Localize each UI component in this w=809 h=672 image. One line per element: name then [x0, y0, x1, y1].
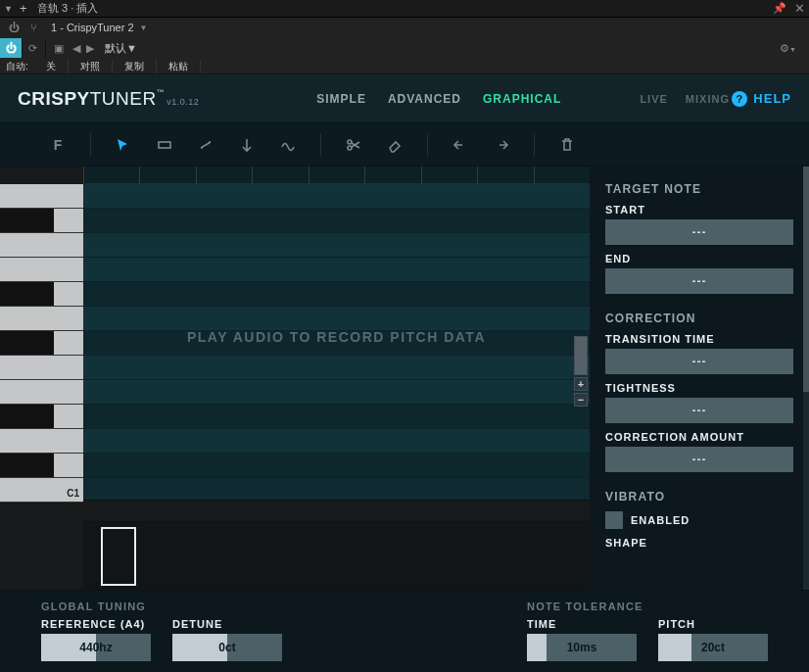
- plugin-power-button[interactable]: ⏻: [0, 38, 22, 58]
- note-label-c1: C1: [67, 488, 79, 499]
- scissors-icon[interactable]: [345, 136, 362, 154]
- label-detune: DETUNE: [172, 618, 282, 630]
- grid-placeholder: PLAY AUDIO TO RECORD PITCH DATA: [83, 329, 590, 345]
- auto-off-button[interactable]: 关: [34, 60, 69, 73]
- piano-keyboard[interactable]: C1: [0, 167, 83, 590]
- routing-icon[interactable]: ⑂: [24, 20, 43, 35]
- label-reference: REFERENCE (A4): [41, 618, 151, 630]
- host-window-title: 音轨 3 · 插入: [37, 1, 773, 16]
- note-filter-button[interactable]: F: [49, 136, 67, 154]
- tab-live[interactable]: LIVE: [640, 93, 667, 105]
- preset-slot-select[interactable]: 1 - CrispyTuner 2: [51, 22, 134, 33]
- label-tightness: TIGHTNESS: [605, 382, 793, 394]
- value-end[interactable]: ---: [605, 268, 793, 294]
- plugin-bypass-button[interactable]: ⟳: [22, 38, 43, 58]
- zoom-out-button[interactable]: −: [574, 393, 588, 407]
- curve-tool-icon[interactable]: [279, 136, 297, 154]
- reference-slider[interactable]: 440hz: [41, 634, 151, 661]
- label-enabled: ENABLED: [631, 514, 690, 526]
- value-tightness[interactable]: ---: [605, 398, 793, 423]
- trash-icon[interactable]: [558, 136, 576, 154]
- side-scrollbar[interactable]: [803, 167, 809, 590]
- overview-viewport[interactable]: [101, 527, 136, 586]
- eraser-icon[interactable]: [386, 136, 404, 154]
- vibrato-enabled-checkbox[interactable]: [605, 511, 623, 529]
- folder-icon[interactable]: ▣: [48, 42, 70, 55]
- preset-dropdown-icon[interactable]: ▼: [126, 42, 137, 54]
- help-button[interactable]: ? HELP: [732, 91, 791, 107]
- value-amount[interactable]: ---: [605, 447, 793, 472]
- label-shape: SHAPE: [605, 537, 793, 549]
- zoom-in-button[interactable]: +: [574, 377, 588, 391]
- pointer-tool-icon[interactable]: [115, 136, 132, 154]
- gear-icon[interactable]: ⚙▼: [780, 42, 803, 55]
- horizontal-scrollbar[interactable]: [83, 500, 590, 521]
- rectangle-tool-icon[interactable]: [156, 136, 173, 154]
- copy-button[interactable]: 复制: [113, 60, 157, 73]
- svg-point-1: [348, 140, 352, 144]
- section-target-note: TARGET NOTE: [605, 182, 793, 196]
- redo-icon[interactable]: [493, 136, 510, 154]
- svg-point-2: [348, 146, 352, 150]
- anchor-tool-icon[interactable]: [238, 136, 256, 154]
- chevron-down-icon[interactable]: ▼: [140, 24, 148, 32]
- value-transition[interactable]: ---: [605, 349, 793, 374]
- label-start: START: [605, 204, 793, 216]
- label-transition: TRANSITION TIME: [605, 333, 793, 345]
- skew-tool-icon[interactable]: [197, 136, 214, 154]
- prev-preset-icon[interactable]: ◀: [70, 42, 83, 55]
- power-small-icon[interactable]: ⏻: [4, 20, 24, 35]
- section-note-tolerance: NOTE TOLERANCE: [527, 600, 768, 612]
- tab-advanced[interactable]: ADVANCED: [388, 92, 461, 106]
- tab-mixing[interactable]: MIXING: [686, 93, 730, 105]
- label-time: TIME: [527, 618, 637, 630]
- tab-simple[interactable]: SIMPLE: [316, 92, 366, 106]
- label-end: END: [605, 253, 793, 264]
- pitch-grid[interactable]: PLAY AUDIO TO RECORD PITCH DATA + −: [83, 184, 590, 500]
- close-icon[interactable]: ✕: [794, 1, 805, 16]
- help-label: HELP: [753, 91, 791, 106]
- vscroll-thumb[interactable]: [574, 336, 588, 375]
- section-correction: CORRECTION: [605, 312, 793, 325]
- auto-label: 自动:: [0, 60, 34, 73]
- overview-panel[interactable]: [83, 521, 590, 590]
- help-icon: ?: [732, 91, 747, 107]
- paste-button[interactable]: 粘贴: [157, 60, 201, 73]
- time-slider[interactable]: 10ms: [527, 634, 637, 661]
- next-preset-icon[interactable]: ▶: [83, 42, 97, 55]
- label-amount: CORRECTION AMOUNT: [605, 431, 793, 443]
- svg-rect-0: [159, 142, 170, 148]
- label-pitch: PITCH: [658, 618, 768, 630]
- section-global-tuning: GLOBAL TUNING: [41, 600, 282, 612]
- value-start[interactable]: ---: [605, 219, 793, 245]
- pitch-slider[interactable]: 20ct: [658, 634, 768, 661]
- tab-graphical[interactable]: GRAPHICAL: [483, 92, 561, 106]
- section-vibrato: VIBRATO: [605, 490, 793, 504]
- timeline-ruler[interactable]: [83, 167, 590, 184]
- host-add-icon[interactable]: +: [20, 1, 29, 16]
- undo-icon[interactable]: [452, 136, 469, 154]
- pin-icon[interactable]: 📌: [773, 2, 786, 15]
- plugin-logo: CRISPYTUNER™v1.0.12: [18, 88, 199, 110]
- compare-button[interactable]: 对照: [69, 60, 113, 73]
- detune-slider[interactable]: 0ct: [172, 634, 282, 661]
- preset-name[interactable]: 默认: [105, 41, 126, 56]
- host-menu-icon[interactable]: ▼: [4, 4, 14, 14]
